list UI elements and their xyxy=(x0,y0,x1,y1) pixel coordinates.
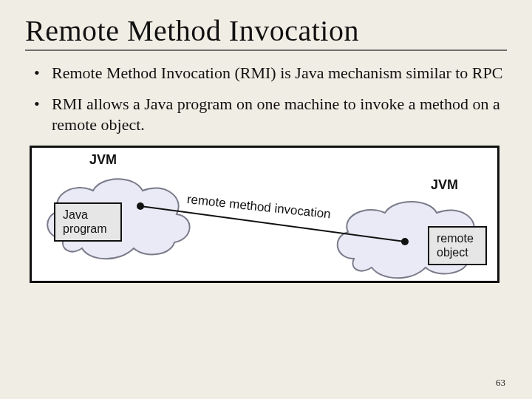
bullet-item: RMI allows a Java program on one machine… xyxy=(47,94,507,135)
bullet-list: Remote Method Invocation (RMI) is Java m… xyxy=(25,63,507,135)
box-text: Java xyxy=(63,208,88,221)
jvm-left-label: JVM xyxy=(89,152,117,168)
jvm-right-label: JVM xyxy=(431,177,458,193)
box-text: remote xyxy=(437,232,474,245)
remote-object-box: remote object xyxy=(428,226,487,265)
slide: Remote Method Invocation Remote Method I… xyxy=(0,0,532,399)
page-number: 63 xyxy=(496,377,505,389)
invocation-label: remote method invocation xyxy=(186,193,332,222)
box-text: program xyxy=(63,222,107,235)
java-program-box: Java program xyxy=(54,202,122,242)
box-text: object xyxy=(437,246,468,259)
page-title: Remote Method Invocation xyxy=(25,13,507,51)
diagram-container: JVM JVM Java program remote object remot… xyxy=(30,146,502,283)
rmi-diagram: JVM JVM Java program remote object remot… xyxy=(30,146,499,283)
bullet-item: Remote Method Invocation (RMI) is Java m… xyxy=(47,63,507,83)
